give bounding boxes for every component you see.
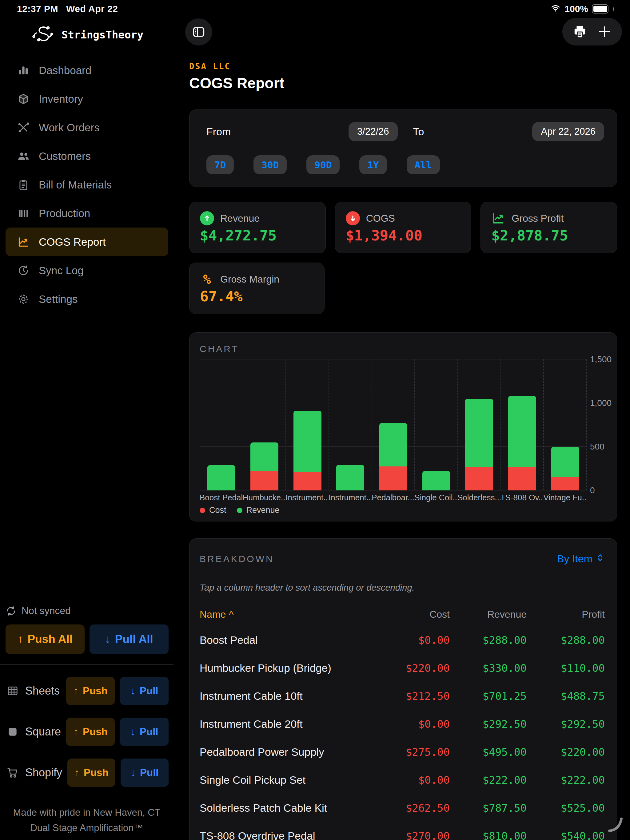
group-by-button[interactable]: By Item xyxy=(557,553,605,565)
y-axis-tick: 500 xyxy=(590,442,605,452)
chart-bar-pedalboard-power-supply xyxy=(372,359,415,490)
sidebar-item-settings[interactable]: Settings xyxy=(6,285,168,313)
chart-bar-solderless-patch-cable-kit xyxy=(457,359,500,490)
footer-line1: Made with pride in New Haven, CT xyxy=(6,805,167,820)
from-date-button[interactable]: 3/22/26 xyxy=(348,122,397,141)
item-cost: $212.50 xyxy=(370,690,450,702)
add-button[interactable] xyxy=(597,25,611,39)
print-button[interactable] xyxy=(573,25,587,39)
y-axis-tick: 1,500 xyxy=(590,355,611,364)
column-header-profit[interactable]: Profit xyxy=(527,609,605,620)
column-header-cost[interactable]: Cost xyxy=(370,609,450,620)
down-arrow-icon: ↓ xyxy=(105,633,111,646)
y-axis-tick: 0 xyxy=(590,485,595,495)
range-90d-button[interactable]: 90D xyxy=(306,155,340,174)
stat-value: $4,272.75 xyxy=(200,227,315,244)
chart-bar-vintage-fu xyxy=(543,359,586,490)
item-cost: $270.00 xyxy=(370,830,450,840)
push-all-label: Push All xyxy=(27,633,73,646)
range-7d-button[interactable]: 7D xyxy=(206,155,234,174)
chart-card: CHART 05001,0001,500 Boost PedalHumbucke… xyxy=(189,332,617,521)
footer-line2: Dual Stage Amplification™ xyxy=(6,820,167,836)
gear-icon xyxy=(17,292,30,306)
chart-bar-boost-pedal xyxy=(199,359,243,490)
to-date-button[interactable]: Apr 22, 2026 xyxy=(532,122,604,141)
item-name: Humbucker Pickup (Bridge) xyxy=(199,662,370,674)
sidebar-item-inventory[interactable]: Inventory xyxy=(6,85,168,113)
x-axis-tick: Pedalboar... xyxy=(372,493,415,502)
push-shopify-button[interactable]: ↑Push xyxy=(67,758,116,787)
table-header: Name ^ Cost Revenue Profit xyxy=(199,609,605,620)
sidebar-item-sync-log[interactable]: Sync Log xyxy=(6,256,168,285)
pull-shopify-button[interactable]: ↓Pull xyxy=(120,758,169,787)
square-icon xyxy=(7,726,19,737)
sidebar-item-customers[interactable]: Customers xyxy=(6,142,168,171)
column-header-name[interactable]: Name ^ xyxy=(199,609,370,620)
sidebar-item-label: COGS Report xyxy=(39,236,106,248)
app-screen: 12:37 PM Wed Apr 22 100% StringsTheory D… xyxy=(0,0,630,840)
sidebar-footer: Made with pride in New Haven, CT Dual St… xyxy=(0,796,174,836)
item-profit: $110.00 xyxy=(527,662,605,674)
chart-legend: CostRevenue xyxy=(199,505,280,515)
main-area: DSA LLC COGS Report From 3/22/26 To Apr … xyxy=(174,0,630,840)
legend-item-cost: Cost xyxy=(199,505,226,515)
stat-label: Gross Profit xyxy=(511,213,564,224)
x-axis-tick: Humbucke... xyxy=(243,493,286,502)
item-name: Single Coil Pickup Set xyxy=(199,774,370,786)
chevron-up-down-icon xyxy=(595,553,605,565)
pull-all-button[interactable]: ↓ Pull All xyxy=(90,624,169,654)
range-all-button[interactable]: All xyxy=(407,155,440,174)
sidebar-item-cogs-report[interactable]: COGS Report xyxy=(6,227,168,256)
item-name: Instrument Cable 10ft xyxy=(199,690,370,702)
trend-icon xyxy=(491,211,505,225)
item-profit: $222.00 xyxy=(527,774,605,786)
stat-label: Gross Margin xyxy=(220,274,279,285)
legend-item-revenue: Revenue xyxy=(237,505,280,515)
item-name: Boost Pedal xyxy=(199,634,370,646)
pull-sheets-button[interactable]: ↓Pull xyxy=(120,677,169,705)
table-row-instrument-cable-20ft: Instrument Cable 20ft$0.00$292.50$292.50 xyxy=(199,710,605,738)
page-title: COGS Report xyxy=(189,75,617,92)
push-sheets-button[interactable]: ↑Push xyxy=(66,677,115,705)
item-revenue: $810.00 xyxy=(450,830,527,840)
group-by-label: By Item xyxy=(557,553,592,565)
item-cost: $0.00 xyxy=(370,718,450,730)
y-axis-tick: 1,000 xyxy=(590,398,611,408)
sidebar-item-dashboard[interactable]: Dashboard xyxy=(6,56,168,85)
box-icon xyxy=(17,92,30,106)
pull-square-button[interactable]: ↓Pull xyxy=(120,718,169,746)
from-label: From xyxy=(206,126,231,138)
stat-label: COGS xyxy=(366,213,395,224)
stat-card-gross-margin: %Gross Margin67.4% xyxy=(189,262,324,314)
sidebar-toggle-button[interactable] xyxy=(185,19,212,46)
sidebar-item-work-orders[interactable]: Work Orders xyxy=(6,113,168,142)
x-axis-tick: TS-808 Ov... xyxy=(500,493,544,502)
chart-x-axis: Boost PedalHumbucke...Instrument...Instr… xyxy=(199,493,586,502)
stat-card-revenue: Revenue$4,272.75 xyxy=(189,202,326,253)
chart-bar-humbucker-pickup-bridge xyxy=(243,359,286,490)
date-filter-card: From 3/22/26 To Apr 22, 2026 7D30D90D1YA… xyxy=(189,109,617,187)
sidebar-item-label: Work Orders xyxy=(39,122,100,134)
sidebar-item-production[interactable]: Production xyxy=(6,199,168,227)
sidebar-item-label: Customers xyxy=(39,150,91,163)
push-all-button[interactable]: ↑ Push All xyxy=(6,624,85,654)
sidebar-item-label: Inventory xyxy=(39,93,83,105)
push-square-button[interactable]: ↑Push xyxy=(66,718,115,746)
tools-icon xyxy=(17,121,30,134)
sidebar: StringsTheory DashboardInventoryWork Ord… xyxy=(0,0,174,840)
item-revenue: $288.00 xyxy=(450,634,527,646)
item-revenue: $222.00 xyxy=(450,774,527,786)
x-axis-tick: Vintage Fu... xyxy=(543,493,586,502)
column-header-revenue[interactable]: Revenue xyxy=(450,609,527,620)
sidebar-item-bill-of-materials[interactable]: Bill of Materials xyxy=(6,171,168,199)
range-30d-button[interactable]: 30D xyxy=(253,155,287,174)
stat-card-cogs: COGS$1,394.00 xyxy=(335,202,472,253)
trend-line-icon xyxy=(17,235,30,249)
app-header: StringsTheory xyxy=(0,18,174,52)
toolbar-actions xyxy=(562,18,622,46)
item-profit: $525.00 xyxy=(527,802,605,814)
range-1y-button[interactable]: 1Y xyxy=(359,155,387,174)
bar-chart-icon xyxy=(17,64,30,77)
chart-y-axis: 05001,0001,500 xyxy=(590,359,617,490)
item-profit: $220.00 xyxy=(527,746,605,758)
